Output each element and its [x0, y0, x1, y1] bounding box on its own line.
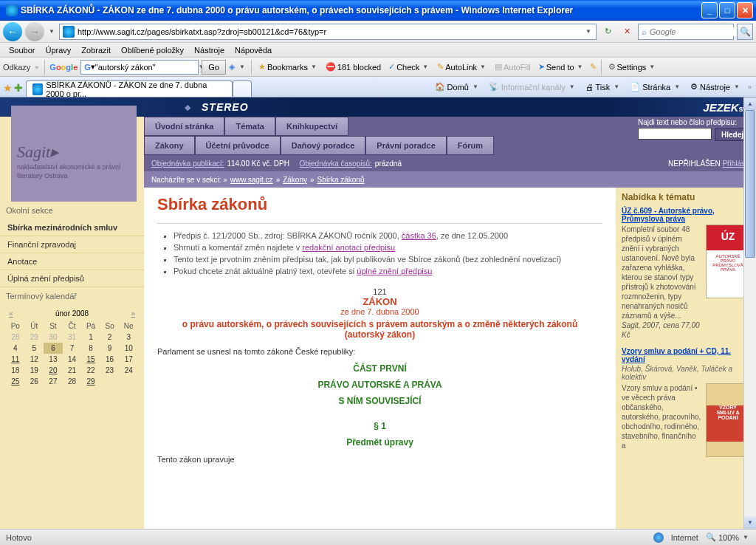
order-bar: Objednávka publikací: 114.00 Kč vč. DPH …: [144, 155, 756, 171]
cal-prev[interactable]: «: [9, 309, 13, 318]
minimize-button[interactable]: _: [701, 2, 718, 18]
new-tab-button[interactable]: [233, 80, 252, 97]
offer-1-text: Kompletní soubor 48 předpisů v úplném zn…: [622, 225, 696, 320]
menu-napoveda[interactable]: Nápověda: [230, 44, 276, 56]
offer-1-price: Sagit, 2007, cena 77,00 Kč: [622, 321, 700, 339]
vertical-scrollbar[interactable]: ▲ ▼: [743, 97, 756, 529]
ptab-danovy[interactable]: Daňový poradce: [281, 136, 366, 155]
spellcheck-button[interactable]: ✓Check▼: [386, 62, 432, 72]
add-favorites-icon[interactable]: ✚: [14, 82, 23, 94]
search-box[interactable]: ⌕: [638, 24, 734, 40]
sidebar-item-zneni[interactable]: Úplná znění předpisů: [0, 270, 144, 287]
bc-sbirka[interactable]: Sbírka zákonů: [317, 176, 365, 184]
cal-month: únor 2008: [55, 309, 89, 318]
ptab-temata[interactable]: Témata: [224, 117, 275, 136]
link-castka[interactable]: částka 36: [402, 231, 436, 240]
maximize-button[interactable]: □: [719, 2, 735, 18]
sagit-logo[interactable]: Sagit▸ nakladatelství ekonomické a právn…: [11, 106, 137, 202]
section-5: Předmět úpravy: [157, 437, 602, 448]
link-anotace[interactable]: redakční anotaci předpisu: [302, 243, 395, 252]
law-date: ze dne 7. dubna 2000: [157, 307, 602, 316]
close-button[interactable]: ✕: [737, 2, 753, 18]
settings-button[interactable]: ⚙Settings▼: [606, 62, 659, 72]
links-label[interactable]: Odkazy: [3, 63, 30, 72]
menu-zobrazit[interactable]: Zobrazit: [77, 44, 115, 56]
site-search-input[interactable]: [638, 128, 712, 140]
offer-1-title[interactable]: ÚZ č.609 - Autorské právo, Průmyslová pr…: [622, 207, 750, 223]
ptab-knih[interactable]: Knihkupectví: [275, 117, 348, 136]
section-1: ČÁST PRVNÍ: [157, 363, 602, 374]
bc-zakony[interactable]: Zákony: [283, 176, 307, 184]
page-title: Sbírka zákonů: [157, 195, 602, 214]
zoom-control[interactable]: 🔍 100% ▼: [706, 532, 750, 542]
menu-upravy[interactable]: Úpravy: [41, 44, 75, 56]
ptab-forum[interactable]: Fórum: [447, 136, 494, 155]
tab-favicon: [32, 83, 43, 95]
ptab-uvod[interactable]: Úvodní stránka: [144, 117, 224, 136]
google-search-input[interactable]: [95, 63, 197, 72]
back-button[interactable]: ←: [3, 22, 22, 41]
google-search-box[interactable]: G▾ ▼: [80, 60, 199, 75]
ptab-pravni[interactable]: Právní poradce: [365, 136, 446, 155]
link-obj-pub[interactable]: Objednávka publikací:: [151, 160, 224, 168]
forward-button[interactable]: →: [25, 22, 44, 41]
status-text: Hotovo: [6, 533, 32, 542]
window-title: SBÍRKA ZÁKONŮ - ZÁKON ze dne 7. dubna 20…: [21, 5, 701, 16]
offer-header: Nabídka k tématu: [622, 192, 750, 202]
site-search-panel: Najdi text nebo číslo předpisu: Hledej: [632, 117, 756, 136]
google-g-icon: G: [84, 63, 91, 72]
link-obj-cas[interactable]: Objednávka časopisů:: [299, 160, 371, 168]
ie-icon: [6, 4, 18, 16]
popup-blocker[interactable]: ⛔181 blocked: [323, 62, 383, 72]
refresh-button[interactable]: ↻: [599, 24, 616, 40]
autolink-button[interactable]: ✎AutoLink▼: [435, 62, 489, 72]
url-input[interactable]: [78, 27, 581, 36]
favorites-star-icon[interactable]: ★: [3, 82, 13, 94]
section-2: PRÁVO AUTORSKÉ A PRÁVA: [157, 380, 602, 390]
menu-soubor[interactable]: Soubor: [4, 44, 39, 56]
bc-home[interactable]: www.sagit.cz: [230, 176, 273, 184]
menu-oblibene[interactable]: Oblíbené položky: [117, 44, 188, 56]
google-go-button[interactable]: Go: [202, 60, 226, 75]
sidebar-okolni-hdr: Okolní sekce: [0, 202, 144, 219]
offer-2-title[interactable]: Vzory smluv a podání + CD, 11. vydání: [622, 347, 750, 363]
menu-nastroje[interactable]: Nástroje: [190, 44, 229, 56]
section-4: § 1: [157, 421, 602, 431]
history-dropdown[interactable]: ▼: [47, 28, 56, 35]
ptab-zakony[interactable]: Zákony: [144, 136, 195, 155]
print-button[interactable]: 🖨Tisk▼: [582, 80, 625, 94]
zone-label[interactable]: Internet: [671, 533, 698, 542]
bookmarks-button[interactable]: ★Bookmarks▼: [256, 62, 320, 72]
page-button[interactable]: 📄Stránka▼: [626, 80, 685, 94]
highlight-icon[interactable]: ✎: [590, 62, 597, 72]
autofill-button[interactable]: ▤AutoFill: [492, 62, 533, 72]
feeds-button[interactable]: 📡Informační kanály▼: [485, 80, 580, 94]
ptab-ucetni[interactable]: Účetní průvodce: [195, 136, 281, 155]
scroll-down-arrow[interactable]: ▼: [744, 516, 756, 529]
url-dropdown[interactable]: ▼: [584, 28, 593, 35]
content-area: ◆ STEREO JEZEKsw Sagit▸ nakladatelství e…: [0, 97, 756, 529]
home-button[interactable]: 🏠Domů▼: [431, 80, 484, 94]
link-zneni[interactable]: úplné znění předpisu: [357, 267, 432, 275]
google-opt-icon[interactable]: ◈: [229, 62, 235, 72]
stop-button[interactable]: ✕: [619, 24, 635, 40]
links-expand[interactable]: »: [33, 64, 40, 71]
sidebar-item-smlouvy[interactable]: Sbírka mezinárodních smluv: [0, 219, 144, 236]
cal-next[interactable]: »: [131, 309, 135, 318]
menu-bar: Soubor Úpravy Zobrazit Oblíbené položky …: [0, 43, 756, 58]
scroll-up-arrow[interactable]: ▲: [744, 97, 756, 110]
sidebar-item-anotace[interactable]: Anotace: [0, 253, 144, 270]
toolbar-expand[interactable]: »: [746, 83, 753, 91]
scroll-thumb[interactable]: [745, 110, 755, 258]
calendar-widget: « únor 2008 » PoÚtStČtPáSoNe 28293031123…: [6, 308, 138, 387]
sidebar-item-zpravodaj[interactable]: Finanční zpravodaj: [0, 236, 144, 253]
address-bar[interactable]: ▼: [59, 24, 597, 40]
nav-toolbar: ← → ▼ ▼ ↻ ✕ ⌕ 🔍: [0, 21, 756, 43]
tab-title: SBÍRKA ZÁKONŮ - ZÁKON ze dne 7. dubna 20…: [46, 80, 226, 98]
tools-button[interactable]: ⚙Nástroje▼: [687, 80, 745, 94]
sendto-button[interactable]: ➤Send to▼: [536, 62, 587, 72]
search-go-button[interactable]: 🔍: [737, 24, 753, 40]
google-logo[interactable]: Google: [49, 63, 78, 72]
browser-tab[interactable]: SBÍRKA ZÁKONŮ - ZÁKON ze dne 7. dubna 20…: [26, 80, 233, 97]
jezek-logo: JEZEKsw: [703, 101, 749, 114]
